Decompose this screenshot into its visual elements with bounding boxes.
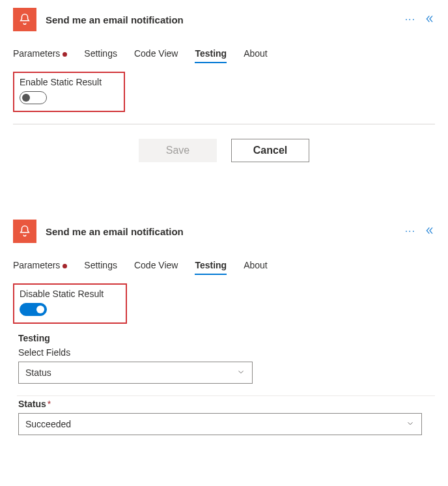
card-header: Send me an email notification ··· <box>0 0 448 36</box>
tab-code-view[interactable]: Code View <box>134 48 178 63</box>
designer-card-on: Send me an email notification ··· Parame… <box>0 212 448 448</box>
bell-icon <box>13 8 36 31</box>
tab-testing[interactable]: Testing <box>195 260 227 274</box>
collapse-icon[interactable] <box>425 14 435 26</box>
select-fields-dropdown[interactable]: Status <box>18 362 253 384</box>
status-dropdown[interactable]: Succeeded <box>18 413 422 435</box>
tabs: ParametersSettingsCode ViewTestingAbout <box>0 248 448 274</box>
designer-card-off: Send me an email notification ··· Parame… <box>0 0 448 182</box>
chevron-down-icon <box>236 367 245 379</box>
status-label: Status* <box>0 396 448 413</box>
static-result-toggle[interactable] <box>20 303 47 316</box>
static-result-toggle[interactable] <box>20 91 47 104</box>
status-value: Succeeded <box>25 419 71 429</box>
toggle-label: Enable Static Result <box>20 77 102 87</box>
tab-settings[interactable]: Settings <box>84 48 117 63</box>
highlight-box: Disable Static Result <box>13 283 127 324</box>
collapse-icon[interactable] <box>425 225 435 238</box>
more-icon[interactable]: ··· <box>405 14 415 25</box>
cancel-button[interactable]: Cancel <box>231 139 309 162</box>
highlight-box: Enable Static Result <box>13 72 125 112</box>
tab-about[interactable]: About <box>244 48 268 63</box>
indicator-dot-icon <box>63 52 67 57</box>
select-fields-value: Status <box>25 367 51 378</box>
tab-parameters[interactable]: Parameters <box>13 48 67 63</box>
testing-heading: Testing <box>0 324 448 345</box>
card-title: Send me an email notification <box>46 226 405 237</box>
tab-code-view[interactable]: Code View <box>134 260 178 274</box>
indicator-dot-icon <box>63 264 67 268</box>
tab-about[interactable]: About <box>244 260 268 274</box>
more-icon[interactable]: ··· <box>405 225 415 237</box>
header-actions: ··· <box>405 14 435 26</box>
header-actions: ··· <box>405 225 435 238</box>
toggle-label: Disable Static Result <box>20 289 104 299</box>
tab-testing[interactable]: Testing <box>195 48 227 63</box>
button-row: Save Cancel <box>0 124 448 169</box>
save-button: Save <box>139 139 217 162</box>
chevron-down-icon <box>406 419 415 430</box>
card-title: Send me an email notification <box>46 14 405 25</box>
card-header: Send me an email notification ··· <box>0 212 448 248</box>
tab-parameters[interactable]: Parameters <box>13 260 67 274</box>
tab-settings[interactable]: Settings <box>84 260 117 274</box>
bell-icon <box>13 220 36 243</box>
tabs: ParametersSettingsCode ViewTestingAbout <box>0 36 448 63</box>
select-fields-label: Select Fields <box>0 345 448 362</box>
